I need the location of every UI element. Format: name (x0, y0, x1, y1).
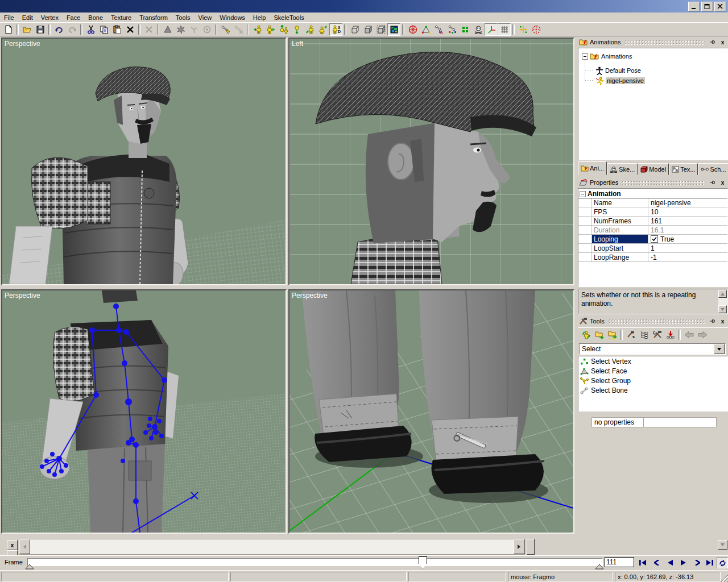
delete-button[interactable] (123, 23, 136, 36)
view-outline-button[interactable] (374, 23, 387, 36)
last-frame-button[interactable] (704, 558, 715, 567)
loop-toggle-button-on[interactable] (717, 558, 728, 568)
triangle-tool-button[interactable] (161, 23, 174, 36)
delete-alt-button-disabled[interactable] (142, 23, 155, 36)
scroll-left-icon[interactable] (19, 539, 30, 554)
tree-item-nigel-pensive[interactable]: nigel-pensive (595, 76, 645, 85)
bone-markers-button[interactable] (445, 23, 458, 36)
property-name[interactable]: LoopStart (592, 244, 648, 253)
show-skeleton-button[interactable] (471, 23, 485, 36)
tool-insert-button[interactable] (664, 329, 677, 341)
close-panel-icon[interactable]: x (718, 318, 727, 325)
property-name[interactable]: NumFrames (592, 217, 648, 226)
tree-item-default-pose[interactable]: Default Pose (595, 66, 641, 75)
mode-select-bone[interactable]: Select Bone (578, 385, 727, 395)
next-frame-button[interactable] (692, 558, 703, 567)
redo-button-disabled[interactable] (65, 23, 78, 36)
close-panel-icon[interactable]: x (718, 179, 727, 186)
property-name-selected[interactable]: Looping (592, 235, 648, 244)
pin-icon[interactable] (708, 318, 717, 325)
viewport-perspective-top-left[interactable]: Perspective (1, 38, 287, 285)
export-tool-button[interactable] (593, 329, 606, 341)
viewport-perspective-bottom-left[interactable]: Perspective (1, 289, 287, 534)
menu-transform[interactable]: Transform (135, 13, 172, 22)
open-file-button[interactable] (20, 23, 34, 36)
attach-bone-button[interactable] (219, 23, 232, 36)
loop-start-marker[interactable] (25, 564, 34, 569)
tab-skeleton[interactable]: Ske... (607, 163, 638, 175)
frame-slider-track[interactable] (27, 558, 603, 566)
close-timeline-icon[interactable]: x (7, 540, 18, 550)
show-grid-button-active[interactable] (498, 23, 511, 36)
close-button[interactable] (714, 2, 726, 11)
burst-tool-button[interactable] (174, 23, 187, 36)
manipulate-3d-button-active[interactable]: 3D (329, 23, 342, 36)
mode-select-face[interactable]: Select Face (578, 366, 727, 376)
play-reverse-button[interactable] (664, 558, 676, 567)
panel-grip[interactable] (624, 40, 705, 45)
first-frame-button[interactable] (637, 558, 648, 567)
tree-item-animations-root[interactable]: Animations (582, 52, 632, 61)
mode-select-vertex[interactable]: Select Vertex (578, 356, 727, 366)
cycle-animation-button[interactable] (580, 329, 593, 341)
menu-edit[interactable]: Edit (18, 13, 37, 22)
keyframe-axes-button[interactable] (516, 23, 530, 36)
property-section-header[interactable]: Animation (578, 189, 727, 198)
pin-icon[interactable] (708, 39, 717, 46)
view-textured-button-active[interactable] (387, 23, 400, 36)
history-back-button-disabled[interactable] (682, 329, 696, 341)
move-figure-right-button[interactable] (264, 23, 277, 36)
property-value[interactable]: 1 (648, 244, 727, 253)
scroll-right-icon[interactable] (514, 539, 524, 554)
snap-tool-button-disabled[interactable] (200, 23, 213, 36)
property-name[interactable]: FPS (592, 207, 648, 217)
section-expander-icon[interactable] (580, 191, 586, 197)
tool-mode-dropdown[interactable]: Select (579, 343, 726, 355)
pin-icon[interactable] (708, 179, 717, 186)
menu-texture[interactable]: Texture (107, 13, 135, 22)
move-figure-down-button[interactable] (290, 23, 303, 36)
property-value[interactable]: 10 (648, 207, 727, 217)
tool-build-button[interactable] (651, 329, 664, 341)
tree-expander-icon[interactable] (582, 53, 588, 60)
detach-bone-button-disabled[interactable] (232, 23, 245, 36)
menu-bone[interactable]: Bone (84, 13, 107, 22)
trackball-rotate-button[interactable] (530, 23, 543, 36)
menu-file[interactable]: File (0, 13, 18, 22)
scroll-up-icon[interactable] (718, 290, 727, 298)
panel-grip[interactable] (608, 319, 705, 324)
minimize-button[interactable] (688, 2, 700, 11)
maximize-button[interactable] (701, 2, 713, 11)
bone-axes-button[interactable] (432, 23, 445, 36)
viewport-perspective-bottom-right[interactable]: Perspective (288, 289, 574, 534)
tab-animations[interactable]: Ani... (578, 161, 607, 175)
paste-button[interactable] (110, 23, 123, 36)
scroll-splitter-handle[interactable] (527, 539, 535, 555)
loop-end-marker[interactable] (595, 564, 604, 569)
mode-select-group[interactable]: Select Group (578, 376, 727, 385)
property-value[interactable]: 161 (648, 217, 727, 226)
property-value[interactable]: True (648, 235, 727, 244)
tool-hierarchy-button[interactable] (638, 329, 651, 341)
menu-face[interactable]: Face (63, 13, 84, 22)
show-vertices-button[interactable] (458, 23, 471, 36)
dropdown-arrow-icon[interactable] (714, 344, 725, 354)
move-figure-left-button[interactable] (251, 23, 264, 36)
horizontal-scrollbar[interactable] (19, 539, 525, 555)
property-name[interactable]: LoopRange (592, 253, 648, 262)
frame-number-input[interactable] (605, 557, 634, 567)
undo-button[interactable] (52, 23, 65, 36)
previous-frame-button[interactable] (651, 558, 662, 567)
scroll-down-icon[interactable] (718, 305, 727, 313)
tab-model[interactable]: Model (638, 163, 669, 175)
menu-vertex[interactable]: Vertex (37, 13, 63, 22)
play-forward-button[interactable] (678, 558, 689, 567)
menu-view[interactable]: View (195, 13, 216, 22)
view-solid-button[interactable] (361, 23, 374, 36)
menu-help[interactable]: Help (249, 13, 270, 22)
tab-texture[interactable]: Tex... (669, 163, 698, 175)
view-wireframe-button[interactable] (348, 23, 361, 36)
property-value[interactable]: -1 (648, 253, 727, 262)
move-figure-ne-button[interactable] (316, 23, 329, 36)
axis-tripod-button-active[interactable] (485, 23, 498, 36)
